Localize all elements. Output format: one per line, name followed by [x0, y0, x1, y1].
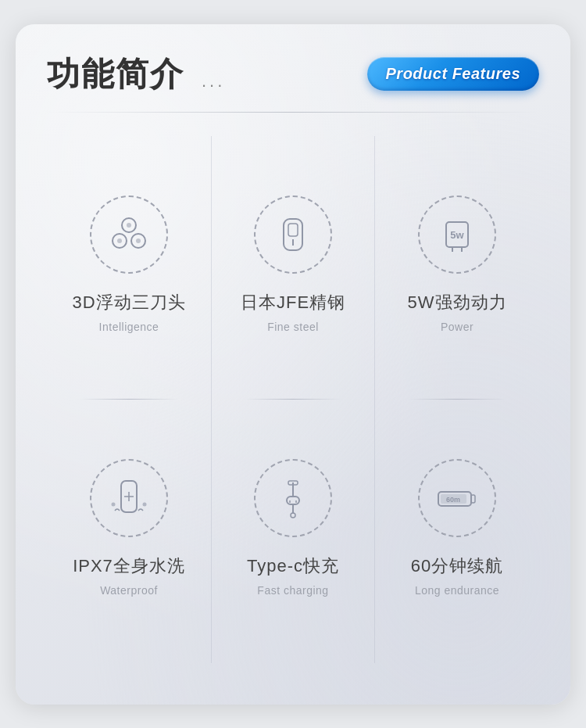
feature-endurance-name-cn: 60分钟续航 [411, 554, 503, 578]
feature-typec: Type-c快充 Fast charging [211, 400, 375, 663]
header-dots: ... [202, 71, 225, 96]
icon-circle-battery: 60m [418, 459, 496, 537]
feature-endurance-name-en: Long endurance [415, 584, 499, 597]
svg-text:5w: 5w [450, 229, 464, 241]
header: 功能简介 ... Product Features [47, 52, 539, 96]
feature-endurance: 60m 60分钟续航 Long endurance [375, 400, 539, 663]
feature-fine-steel: 日本JFE精钢 Fine steel [211, 136, 375, 400]
svg-rect-7 [288, 224, 298, 236]
svg-point-3 [127, 223, 131, 228]
icon-circle-power: 5w [418, 195, 496, 274]
feature-3d-name-en: Intelligence [99, 321, 159, 333]
title-chinese: 功能简介 [47, 52, 184, 96]
icon-circle-steel [254, 195, 332, 274]
feature-typec-name-cn: Type-c快充 [247, 554, 339, 578]
product-features-card: 功能简介 ... Product Features [16, 24, 570, 705]
feature-3d-blade: 3D浮动三刀头 Intelligence [47, 136, 211, 400]
svg-rect-18 [287, 497, 299, 504]
feature-waterproof-name-cn: IPX7全身水洗 [73, 554, 185, 578]
icon-circle-blade [90, 195, 168, 274]
feature-power-name-cn: 5W强劲动力 [408, 291, 507, 314]
feature-power: 5w 5W强劲动力 Power [375, 136, 539, 400]
feature-steel-name-cn: 日本JFE精钢 [241, 291, 345, 314]
svg-point-16 [112, 503, 116, 507]
feature-typec-name-en: Fast charging [257, 584, 328, 597]
badge-text: Product Features [386, 65, 520, 83]
feature-steel-name-en: Fine steel [267, 321, 319, 333]
svg-text:60m: 60m [446, 496, 460, 504]
svg-point-5 [136, 238, 141, 243]
product-features-badge: Product Features [367, 57, 539, 91]
power-icon: 5w [435, 213, 479, 256]
svg-point-17 [143, 503, 147, 507]
feature-power-name-en: Power [441, 321, 473, 333]
typec-icon [271, 475, 315, 522]
features-grid: 3D浮动三刀头 Intelligence 日本JFE精钢 Fine steel [47, 136, 539, 663]
svg-rect-25 [471, 495, 475, 503]
waterproof-icon [107, 475, 151, 522]
svg-point-4 [117, 238, 122, 243]
icon-circle-waterproof [90, 459, 168, 537]
feature-3d-name-cn: 3D浮动三刀头 [72, 291, 185, 314]
blade-icon [105, 211, 152, 258]
header-divider [47, 112, 539, 113]
icon-circle-typec [254, 459, 332, 537]
steel-icon [271, 211, 315, 258]
feature-waterproof: IPX7全身水洗 Waterproof [47, 400, 211, 663]
feature-waterproof-name-en: Waterproof [100, 584, 158, 597]
battery-icon: 60m [434, 476, 481, 520]
